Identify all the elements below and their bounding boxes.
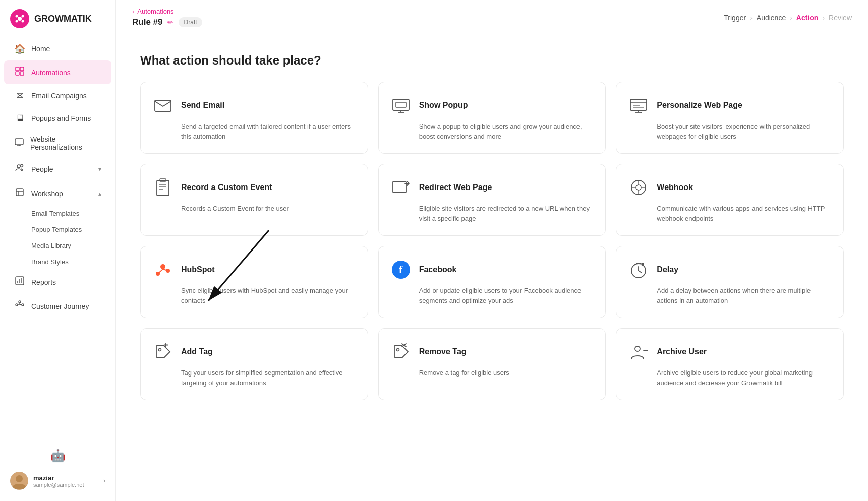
step-action[interactable]: Action [796, 14, 819, 22]
card-delay[interactable]: ! Delay Add a delay between actions when… [616, 246, 844, 318]
sidebar-item-label: Website Personalizations [30, 135, 101, 151]
card-desc: Eligible site visitors are redirected to… [390, 204, 595, 223]
card-personalize-web[interactable]: Personalize Web Page Boost your site vis… [616, 82, 844, 154]
sidebar-item-label: Reports [31, 278, 56, 286]
people-chevron: ▾ [98, 166, 101, 173]
page-title: What action should take place? [140, 53, 844, 68]
step-audience[interactable]: Audience [757, 14, 786, 22]
card-header: HubSpot [152, 259, 357, 281]
card-desc: Tag your users for simplified segmentati… [152, 368, 357, 388]
main-content: ‹ Automations Rule #9 ✏ Draft Trigger › … [116, 0, 868, 501]
webhook-icon [627, 176, 650, 199]
card-header: f Facebook [390, 259, 595, 281]
card-desc: Send a targeted email with tailored cont… [152, 121, 357, 141]
card-title: HubSpot [181, 265, 215, 274]
sidebar-item-email-templates[interactable]: Email Templates [4, 206, 111, 221]
user-email: sample@sample.net [33, 482, 98, 488]
sidebar-item-home[interactable]: 🏠 Home [4, 38, 111, 60]
card-archive-user[interactable]: Archive User Archive eligible users to r… [616, 328, 844, 400]
card-hubspot[interactable]: HubSpot Sync eligible users with HubSpot… [140, 246, 368, 318]
sidebar-item-popups-forms[interactable]: 🖥 Popups and Forms [4, 107, 111, 129]
svg-rect-7 [16, 72, 19, 75]
svg-rect-46 [393, 181, 406, 193]
rule-title: Rule #9 [132, 17, 162, 27]
card-header: Record a Custom Event [152, 176, 357, 199]
card-record-custom-event[interactable]: Record a Custom Event Records a Custom E… [140, 164, 368, 236]
svg-rect-9 [15, 139, 23, 145]
sidebar-item-website-personalizations[interactable]: Website Personalizations [4, 130, 111, 157]
sidebar-item-label: Home [31, 45, 50, 53]
step-trigger[interactable]: Trigger [724, 14, 746, 22]
sidebar-bottom: 🤖 maziar sample@sample.net › [0, 436, 115, 501]
archive-user-icon [627, 341, 650, 363]
card-desc: Communicate with various apps and servic… [627, 204, 832, 223]
card-title: Add Tag [181, 347, 213, 356]
card-header: Send Email [152, 94, 357, 116]
sidebar-item-label: Popups and Forms [31, 114, 91, 122]
svg-rect-5 [16, 67, 19, 71]
sidebar-item-popup-templates[interactable]: Popup Templates [4, 222, 111, 237]
card-remove-tag[interactable]: Remove Tag Remove a tag for eligible use… [378, 328, 606, 400]
sidebar-item-email-campaigns[interactable]: ✉ Email Campaigns [4, 85, 111, 107]
personalize-web-icon [627, 94, 650, 116]
sidebar-item-customer-journey[interactable]: Customer Journey [4, 294, 111, 318]
svg-line-56 [158, 269, 163, 274]
breadcrumb-back-arrow: ‹ [132, 8, 134, 15]
workshop-chevron: ▴ [98, 190, 101, 197]
send-email-icon [152, 94, 174, 116]
breadcrumb-label: Automations [137, 8, 173, 15]
user-info: maziar sample@sample.net [33, 474, 98, 488]
breadcrumb[interactable]: ‹ Automations [132, 8, 202, 15]
sidebar-item-label: Media Library [31, 242, 71, 249]
action-cards-grid: Send Email Send a targeted email with ta… [140, 82, 844, 400]
card-webhook[interactable]: Webhook Communicate with various apps an… [616, 164, 844, 236]
edit-icon[interactable]: ✏ [167, 18, 173, 26]
reports-icon [14, 276, 25, 288]
sidebar-item-brand-styles[interactable]: Brand Styles [4, 254, 111, 270]
remove-tag-icon [390, 341, 412, 363]
step-review-label: Review [829, 14, 852, 22]
bot-icon[interactable]: 🤖 [8, 444, 107, 468]
logo[interactable]: GROWMATIK [0, 0, 115, 37]
user-name: maziar [33, 474, 98, 482]
svg-text:!: ! [641, 263, 642, 266]
svg-point-21 [16, 304, 18, 306]
svg-point-13 [21, 165, 23, 167]
card-show-popup[interactable]: Show Popup Show a popup to eligible user… [378, 82, 606, 154]
personalizations-icon [14, 137, 24, 150]
card-send-email[interactable]: Send Email Send a targeted email with ta… [140, 82, 368, 154]
svg-point-0 [18, 17, 22, 21]
card-title: Show Popup [419, 101, 468, 110]
sidebar-item-label: Brand Styles [31, 258, 69, 266]
card-title: Remove Tag [419, 347, 467, 356]
card-title: Personalize Web Page [657, 101, 742, 110]
card-desc: Sync eligible users with HubSpot and eas… [152, 286, 357, 305]
sidebar-item-media-library[interactable]: Media Library [4, 238, 111, 254]
svg-rect-8 [20, 72, 24, 75]
redirect-icon [390, 176, 412, 199]
step-arrow-1: › [750, 14, 753, 22]
record-event-icon [152, 176, 174, 199]
sidebar-item-automations[interactable]: Automations [4, 60, 111, 84]
sidebar-item-label: People [31, 165, 53, 173]
delay-icon: ! [627, 259, 650, 281]
automations-icon [14, 66, 25, 79]
sidebar-item-people[interactable]: People ▾ [4, 157, 111, 181]
card-header: Remove Tag [390, 341, 595, 363]
card-add-tag[interactable]: Add Tag Tag your users for simplified se… [140, 328, 368, 400]
step-review[interactable]: Review [829, 14, 852, 22]
sidebar-item-workshop[interactable]: Workshop ▴ [4, 181, 111, 205]
step-trigger-label: Trigger [724, 14, 746, 22]
card-redirect-web[interactable]: Redirect Web Page Eligible site visitors… [378, 164, 606, 236]
svg-point-12 [17, 165, 20, 168]
card-header: ! Delay [627, 259, 832, 281]
topbar-left: ‹ Automations Rule #9 ✏ Draft [132, 8, 202, 27]
card-facebook[interactable]: f Facebook Add or update eligible users … [378, 246, 606, 318]
svg-point-63 [159, 349, 161, 351]
sidebar: GROWMATIK 🏠 Home Automations ✉ Email Cam… [0, 0, 116, 501]
svg-rect-35 [630, 99, 647, 110]
user-profile[interactable]: maziar sample@sample.net › [8, 468, 107, 494]
topbar: ‹ Automations Rule #9 ✏ Draft Trigger › … [116, 0, 868, 35]
sidebar-item-reports[interactable]: Reports [4, 270, 111, 294]
facebook-icon: f [390, 259, 412, 281]
